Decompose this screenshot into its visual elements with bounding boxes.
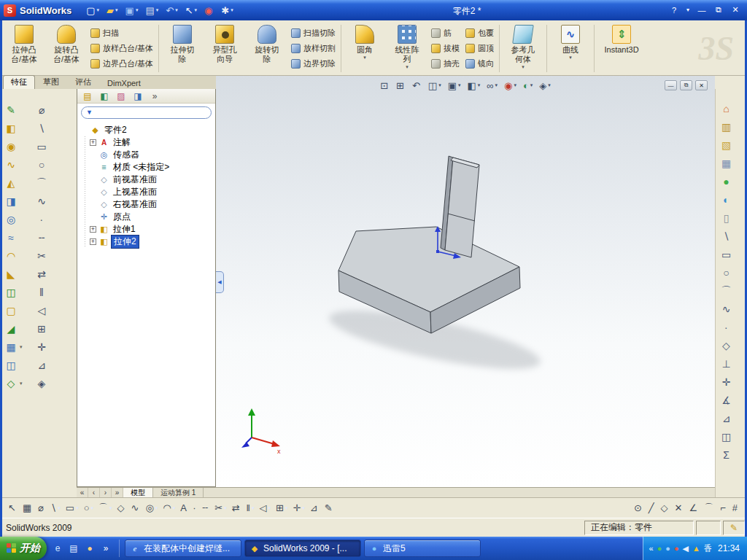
view-settings-icon[interactable]: ◈▾ [537,78,553,93]
tree-item-material[interactable]: ≡ 材质 <未指定> [81,161,215,174]
select-icon[interactable]: ↖▾ [182,2,200,18]
taskbar-button-xunlei[interactable]: ● 迅雷5 [364,540,481,557]
rectangle-tool-icon[interactable]: ▭ [716,245,737,263]
ribbon-revolved-cut-button[interactable]: 旋转切 除 [246,22,288,75]
ribbon-swept-cut-button[interactable]: 扫描切除 [291,26,336,41]
tree-item-top-plane[interactable]: ◇ 上视基准面 [81,186,215,198]
minimize-button[interactable]: — [696,4,708,16]
centerline-icon[interactable]: ╌ [200,500,212,516]
ribbon-swept-boss-button[interactable]: 扫描 [90,26,153,41]
part-3d-model[interactable]: x [216,76,715,487]
grid-icon[interactable]: ▦ [20,500,35,516]
hide-tray-icons-chevron[interactable]: « [649,545,654,553]
spline-icon[interactable]: ∿ [129,500,143,516]
smart-dimension-icon[interactable]: ⌀ [36,500,47,516]
zoom-to-area-icon[interactable]: ⊞ [394,78,408,93]
start-button[interactable]: 开始 [0,537,47,560]
tree-item-origin[interactable]: ✛ 原点 [81,211,215,223]
tab-dimxpert[interactable]: DimXpert [99,77,149,89]
line-tool-icon[interactable]: ∖ [716,227,737,245]
help-dropdown-icon[interactable]: ▾ [685,4,691,16]
feature-filter-input[interactable] [96,108,206,117]
part-body[interactable] [338,156,520,333]
configurationmanager-tab-icon[interactable]: ▨ [115,90,128,102]
taskbar-button-ie-document[interactable]: e 在装配体中创建焊缝... [125,540,241,557]
ribbon-lofted-boss-button[interactable]: 放样凸台/基体 [90,42,153,56]
open-document-icon[interactable]: ▰▾ [104,2,121,18]
ribbon-rib-button[interactable]: 筋 [431,26,460,41]
dropdown-icon[interactable]: ▾ [406,64,409,70]
offset-entities-icon[interactable]: ‖▾ [244,500,257,516]
mirror-entities-icon[interactable]: ◁▾ [258,500,274,516]
ribbon-mirror-button[interactable]: 镜向 [465,57,494,71]
display-style-icon[interactable]: ◧▾ [465,78,482,93]
panel-collapse-handle[interactable]: ◀ [216,271,224,293]
lofted-boss-icon[interactable]: ◭ [4,174,33,192]
angle-snap-icon[interactable]: ∠ [687,500,702,516]
rapid-sketch-icon[interactable]: ✎ [322,500,336,516]
section-properties-icon[interactable]: ◫ [716,427,737,446]
dropdown-icon[interactable]: ▾ [522,64,525,70]
tab-scroll-button[interactable]: › [100,488,112,497]
plane-icon[interactable]: ◇ [716,336,737,354]
ribbon-extruded-cut-button[interactable]: 拉伸切 除 [161,22,204,75]
ime-indicator[interactable]: 香 [704,543,712,554]
circle-snap-icon[interactable]: ⊙ [632,500,646,516]
convert-entities-icon[interactable]: ⇄ [34,265,56,283]
circle-icon[interactable]: ○▾ [82,500,96,516]
expand-icon[interactable]: + [90,238,96,245]
line-snap-icon[interactable]: ╱ [646,500,658,516]
text-icon[interactable]: A [178,500,190,516]
new-document-icon[interactable]: ▢▾ [83,2,102,18]
offset-entities-icon[interactable]: ‖ [34,283,56,301]
ribbon-draft-button[interactable]: 拔模 [431,42,460,56]
ribbon-boundary-cut-button[interactable]: 边界切除 [291,57,336,71]
ribbon-instant3d-button[interactable]: ⇕ Instant3D [597,22,646,75]
doc-close-button[interactable]: ✕ [695,80,708,90]
zoom-to-fit-icon[interactable]: ⊡ [378,78,392,93]
point-tool-icon[interactable]: ∙ [716,318,737,336]
sketch-icon[interactable]: ✎ [4,101,33,119]
smart-dimension-icon[interactable]: ⌀ [34,101,56,119]
panel-overflow-icon[interactable]: » [148,90,161,102]
close-button[interactable]: ✕ [729,4,741,16]
revolved-boss-icon[interactable]: ◉ [4,137,33,155]
expand-icon[interactable]: + [90,139,96,146]
swept-cut-icon[interactable]: ≈ [4,228,33,246]
fillet-icon[interactable]: ◠ [4,246,33,265]
save-icon[interactable]: ▣▾ [123,2,142,18]
draft-icon[interactable]: ◢ [4,319,33,338]
display-relations-icon[interactable]: ⊿ [34,356,56,374]
tab-sketch[interactable]: 草图 [35,75,67,89]
spline-icon[interactable]: ∿ [34,192,56,210]
rectangle-icon[interactable]: ▭▾ [63,500,81,516]
move-entities-icon[interactable]: ✛ [34,338,56,356]
options-icon[interactable]: ✱▾ [218,2,236,18]
undo-icon[interactable]: ↶▾ [163,2,180,18]
tree-item-extrude1[interactable]: + ◧ 拉伸1 [81,223,215,236]
convert-entities-icon[interactable]: ⇄ [230,500,244,516]
edit-appearance-icon[interactable]: ◉▾ [502,78,519,93]
network-tray-icon[interactable]: ● [665,545,670,553]
line-icon[interactable]: ∖▾ [48,500,63,516]
ribbon-linear-pattern-button[interactable]: 线性阵 列 ▾ [386,22,428,75]
arc-snap-icon[interactable]: ⌒ [702,500,717,516]
revolved-cut-icon[interactable]: ◎ [4,210,33,228]
rib-icon[interactable]: ◫ [4,283,33,301]
quick-launch-ie-icon[interactable]: e [51,543,64,553]
arc-icon[interactable]: ⌒ [34,174,56,192]
grid-snap-icon[interactable]: # [730,500,741,516]
dimxpertmanager-tab-icon[interactable]: ◨ [131,90,144,102]
quick-launch-expand-icon[interactable]: » [99,543,112,553]
rebuild-icon[interactable]: ◉ [201,2,217,18]
restore-button[interactable]: ⧉ [713,4,724,16]
coordinate-system-icon[interactable]: ✛ [716,373,737,391]
xunlei-tray-icon[interactable]: ● [674,545,679,553]
sketch-fillet-icon[interactable]: ◠▾ [160,500,177,516]
sketch-pattern-icon[interactable]: ⊞ [34,319,56,338]
chamfer-icon[interactable]: ◣ [4,265,33,283]
extruded-cut-icon[interactable]: ◨ [4,192,33,210]
doc-restore-button[interactable]: ⧉ [680,80,692,90]
quick-launch-media-icon[interactable]: ● [83,543,96,553]
tree-item-front-plane[interactable]: ◇ 前视基准面 [81,174,215,186]
